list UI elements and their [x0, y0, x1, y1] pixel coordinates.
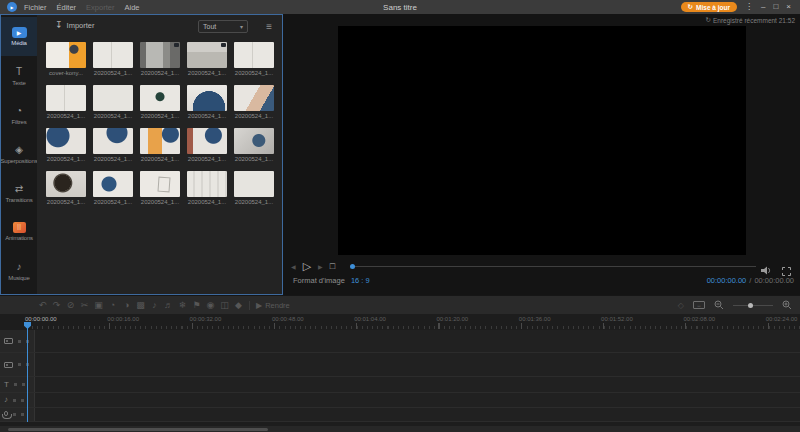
- sidebar-item-media[interactable]: ▶Média: [1, 17, 37, 56]
- media-item[interactable]: 20200524_1...: [46, 171, 86, 205]
- redo-icon[interactable]: ↷: [52, 301, 61, 310]
- previous-frame-button[interactable]: ◀: [291, 263, 296, 270]
- track-toggle[interactable]: [22, 383, 25, 386]
- menu-aide[interactable]: Aide: [124, 3, 139, 12]
- record-icon[interactable]: ◉: [206, 301, 215, 310]
- media-item[interactable]: 20200524_1...: [234, 42, 274, 76]
- playhead-line[interactable]: [27, 322, 28, 422]
- play-button[interactable]: ▷: [303, 261, 311, 272]
- green-screen-icon[interactable]: ▩: [136, 301, 145, 310]
- media-item[interactable]: 20200524_1...: [93, 85, 133, 119]
- split-icon[interactable]: ✂: [80, 301, 89, 310]
- detach-audio-icon[interactable]: ♪: [150, 301, 159, 310]
- list-view-icon[interactable]: ≡: [266, 20, 272, 33]
- import-button[interactable]: ↧ Importer: [55, 21, 94, 30]
- media-item[interactable]: 20200524_1...: [93, 42, 133, 76]
- close-button[interactable]: ×: [786, 0, 791, 14]
- menu-exporter[interactable]: Exporter: [86, 3, 114, 12]
- track-header[interactable]: T: [0, 377, 35, 392]
- undo-icon[interactable]: ↶: [38, 301, 47, 310]
- track-header[interactable]: ♪: [0, 393, 35, 407]
- media-item[interactable]: 20200524_1...: [234, 85, 274, 119]
- track-toggle[interactable]: [18, 340, 21, 343]
- media-item[interactable]: 20200524_1...: [93, 171, 133, 205]
- speed-icon[interactable]: ◔: [108, 301, 117, 310]
- media-item[interactable]: 20200524_1...: [234, 171, 274, 205]
- zoom-in-icon[interactable]: [782, 296, 792, 314]
- zoom-slider[interactable]: [733, 305, 773, 306]
- media-item[interactable]: 20200524_1...: [140, 171, 180, 205]
- media-item[interactable]: 20200524_1...: [187, 128, 227, 162]
- media-item[interactable]: 20200524_1...: [187, 85, 227, 119]
- media-item[interactable]: 20200524_1...: [140, 85, 180, 119]
- track-lane[interactable]: [35, 353, 800, 376]
- preview-scrubber[interactable]: [351, 266, 756, 267]
- media-item[interactable]: 20200524_1...: [46, 85, 86, 119]
- sidebar-item-animations[interactable]: ⠿Animations: [1, 212, 37, 251]
- track-header[interactable]: [0, 408, 35, 421]
- menu-fichier[interactable]: Fichier: [24, 3, 47, 12]
- track-lane[interactable]: [35, 330, 800, 352]
- video-track: [0, 353, 800, 377]
- sidebar-item-label: Animations: [5, 235, 33, 241]
- render-preview-button[interactable]: ▶ Rendre: [256, 301, 290, 310]
- snap-icon[interactable]: ◇: [678, 301, 684, 310]
- sidebar-item-music[interactable]: ♪Musique: [1, 251, 37, 290]
- snapshot-icon[interactable]: ◫: [220, 301, 229, 310]
- marker-icon[interactable]: ⚑: [192, 301, 201, 310]
- media-filter-dropdown[interactable]: Tout ▾: [198, 20, 248, 33]
- track-header[interactable]: [0, 330, 35, 352]
- track-toggle[interactable]: [21, 413, 24, 416]
- media-thumbnail: [234, 171, 274, 197]
- track-toggle[interactable]: [13, 399, 16, 402]
- freeze-icon[interactable]: ❄: [178, 301, 187, 310]
- horizontal-scrollbar-thumb[interactable]: [8, 428, 268, 431]
- crop-icon[interactable]: ▣: [94, 301, 103, 310]
- media-item[interactable]: 20200524_1...: [46, 128, 86, 162]
- track-toggle[interactable]: [13, 413, 16, 416]
- sidebar-item-transitions[interactable]: ⇄Transitions: [1, 173, 37, 212]
- media-thumbnail: [140, 42, 180, 68]
- media-item[interactable]: cover-kony...: [46, 42, 86, 76]
- media-item[interactable]: 20200524_1...: [234, 128, 274, 162]
- ruler-label: 00:01:52.00: [601, 316, 633, 322]
- media-thumbnail: [187, 171, 227, 197]
- media-item[interactable]: 20200524_1...: [93, 128, 133, 162]
- video-track-icon: [4, 362, 13, 368]
- media-thumbnail: [234, 42, 274, 68]
- more-icon[interactable]: ⋮: [745, 0, 753, 14]
- video-viewport[interactable]: [338, 26, 746, 255]
- menu-éditer[interactable]: Éditer: [57, 3, 77, 12]
- update-button[interactable]: ↻ Mise à jour: [681, 2, 737, 12]
- total-time: 00:00:00.00: [754, 276, 794, 285]
- track-toggle[interactable]: [18, 363, 21, 366]
- media-item[interactable]: 20200524_1...: [187, 171, 227, 205]
- scrubber-handle[interactable]: [350, 264, 355, 269]
- track-toggle[interactable]: [14, 383, 17, 386]
- zoom-out-icon[interactable]: [714, 296, 724, 314]
- timeline-ruler[interactable]: 00:00:00.0000:00:16.0000:00:32.0000:00:4…: [0, 314, 800, 330]
- next-frame-button[interactable]: ▶: [318, 263, 323, 270]
- delete-icon[interactable]: ⊘: [66, 301, 75, 310]
- media-item[interactable]: 20200524_1...: [140, 42, 180, 76]
- fit-timeline-icon[interactable]: ↔: [693, 301, 705, 309]
- aspect-ratio-value[interactable]: 16 : 9: [351, 276, 370, 285]
- track-lane[interactable]: [35, 377, 800, 392]
- media-item[interactable]: 20200524_1...: [187, 42, 227, 76]
- sidebar-item-overlays[interactable]: ◈Superpositions: [1, 134, 37, 173]
- track-toggle[interactable]: [21, 399, 24, 402]
- maximize-button[interactable]: □: [773, 0, 778, 14]
- color-icon[interactable]: ◑: [122, 301, 131, 310]
- sidebar-item-text[interactable]: TTexte: [1, 56, 37, 95]
- track-header[interactable]: [0, 353, 35, 376]
- stop-button[interactable]: □: [330, 262, 335, 271]
- media-item[interactable]: 20200524_1...: [140, 128, 180, 162]
- minimize-button[interactable]: –: [761, 0, 765, 14]
- keyframe-icon[interactable]: ◆: [234, 301, 243, 310]
- track-lane[interactable]: [35, 393, 800, 407]
- track-lane[interactable]: [35, 408, 800, 421]
- zoom-slider-handle[interactable]: [748, 303, 753, 308]
- sidebar-item-filters[interactable]: ◔Filtres: [1, 95, 37, 134]
- media-thumbnail: [234, 85, 274, 111]
- mute-icon[interactable]: ♬: [164, 301, 173, 310]
